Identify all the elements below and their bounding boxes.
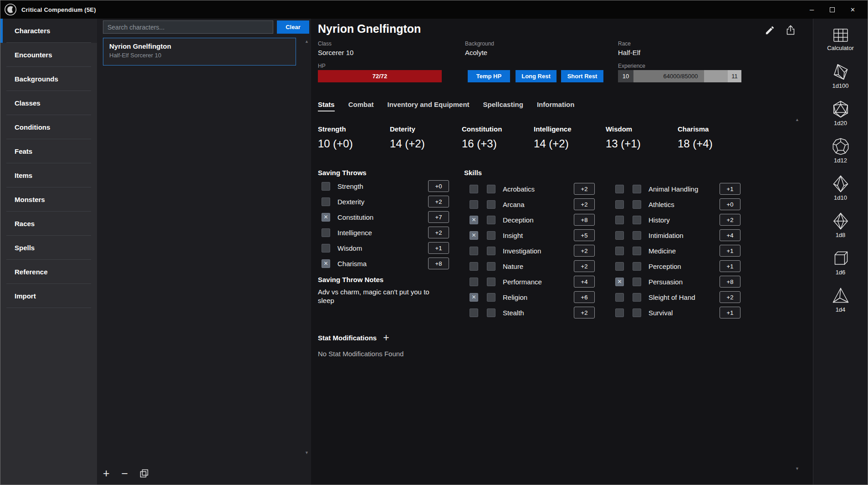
sidebar-item-reference[interactable]: Reference bbox=[0, 260, 97, 284]
skill-proficiency-checkbox[interactable] bbox=[615, 200, 624, 209]
dice-1d20-button[interactable]: 1d20 bbox=[832, 100, 850, 137]
skill-proficiency-checkbox[interactable] bbox=[470, 247, 478, 255]
skill-expertise-checkbox[interactable] bbox=[633, 185, 641, 193]
dice-1d10-button[interactable]: 1d10 bbox=[832, 175, 850, 212]
edit-character-button[interactable] bbox=[764, 24, 776, 36]
sheet-scroll-up-icon[interactable]: ▲ bbox=[795, 118, 799, 122]
clear-search-button[interactable]: Clear bbox=[277, 20, 309, 34]
character-list-item[interactable]: Nyrion Gnelfington Half-Elf Sorcerer 10 bbox=[103, 38, 296, 66]
close-button[interactable]: ✕ bbox=[842, 0, 863, 19]
skill-proficiency-checkbox[interactable] bbox=[470, 293, 478, 302]
skill-proficiency-checkbox[interactable] bbox=[615, 216, 624, 224]
skill-proficiency-checkbox[interactable] bbox=[470, 308, 478, 317]
skill-proficiency-checkbox[interactable] bbox=[615, 185, 624, 193]
duplicate-character-button[interactable] bbox=[140, 469, 148, 478]
skill-expertise-checkbox[interactable] bbox=[487, 185, 495, 193]
saving-throws-section: Saving Throws Strength +0 Dexterity +2 bbox=[318, 169, 449, 305]
skill-proficiency-checkbox[interactable] bbox=[615, 262, 624, 271]
dice-label: 1d100 bbox=[832, 82, 848, 89]
skill-expertise-checkbox[interactable] bbox=[633, 308, 641, 317]
sidebar-item-characters[interactable]: Characters bbox=[0, 19, 97, 43]
skill-proficiency-checkbox[interactable] bbox=[615, 278, 624, 286]
maximize-button[interactable] bbox=[822, 0, 842, 19]
add-character-button[interactable]: + bbox=[103, 468, 110, 478]
skill-proficiency-checkbox[interactable] bbox=[470, 200, 478, 209]
long-rest-button[interactable]: Long Rest bbox=[516, 70, 557, 82]
list-scroll-up-icon[interactable]: ▲ bbox=[305, 40, 309, 44]
skill-proficiency-checkbox[interactable] bbox=[615, 231, 624, 240]
skill-expertise-checkbox[interactable] bbox=[487, 200, 495, 209]
dice-1d12-button[interactable]: 1d12 bbox=[832, 137, 850, 175]
tab-combat[interactable]: Combat bbox=[348, 101, 374, 111]
skill-expertise-checkbox[interactable] bbox=[487, 247, 495, 255]
skill-proficiency-checkbox[interactable] bbox=[470, 278, 478, 286]
short-rest-button[interactable]: Short Rest bbox=[561, 70, 603, 82]
minimize-button[interactable]: ─ bbox=[802, 0, 822, 19]
sidebar-item-classes[interactable]: Classes bbox=[0, 91, 97, 115]
skill-proficiency-checkbox[interactable] bbox=[470, 216, 478, 224]
skill-expertise-checkbox[interactable] bbox=[487, 231, 495, 240]
saving-throw-checkbox[interactable] bbox=[322, 182, 330, 191]
skill-modifier: +4 bbox=[720, 229, 740, 241]
sidebar-item-races[interactable]: Races bbox=[0, 212, 97, 236]
skill-expertise-checkbox[interactable] bbox=[633, 216, 641, 224]
sidebar-item-monsters[interactable]: Monsters bbox=[0, 187, 97, 212]
skill-expertise-checkbox[interactable] bbox=[633, 293, 641, 302]
character-list-panel: Clear Nyrion Gnelfington Half-Elf Sorcer… bbox=[97, 19, 311, 485]
skill-proficiency-checkbox[interactable] bbox=[615, 308, 624, 317]
dice-label: 1d4 bbox=[836, 306, 846, 313]
skill-expertise-checkbox[interactable] bbox=[487, 278, 495, 286]
sidebar-item-feats[interactable]: Feats bbox=[0, 139, 97, 163]
sidebar-item-import[interactable]: Import bbox=[0, 284, 97, 308]
dice-1d8-button[interactable]: 1d8 bbox=[832, 212, 850, 249]
dice-1d100-button[interactable]: 1d100 bbox=[832, 63, 850, 100]
list-scroll-down-icon[interactable]: ▼ bbox=[305, 451, 309, 455]
skill-expertise-checkbox[interactable] bbox=[633, 231, 641, 240]
skill-expertise-checkbox[interactable] bbox=[633, 200, 641, 209]
saving-throw-notes-title: Saving Throw Notes bbox=[318, 276, 449, 283]
share-export-button[interactable] bbox=[785, 24, 797, 36]
sidebar-item-conditions[interactable]: Conditions bbox=[0, 115, 97, 139]
skill-proficiency-checkbox[interactable] bbox=[615, 293, 624, 302]
saving-throw-checkbox[interactable] bbox=[322, 197, 330, 206]
temp-hp-button[interactable]: Temp HP bbox=[468, 70, 510, 82]
skill-label: Medicine bbox=[648, 247, 676, 255]
calculator-button[interactable]: Calculator bbox=[827, 28, 854, 51]
sidebar-item-label: Classes bbox=[15, 99, 41, 107]
tab-spellcasting[interactable]: Spellcasting bbox=[483, 101, 523, 111]
skill-expertise-checkbox[interactable] bbox=[487, 262, 495, 271]
sidebar-item-backgrounds[interactable]: Backgrounds bbox=[0, 67, 97, 91]
saving-throw-checkbox[interactable] bbox=[322, 213, 330, 222]
add-stat-modification-button[interactable]: + bbox=[383, 333, 389, 342]
tab-stats[interactable]: Stats bbox=[318, 101, 335, 111]
sidebar-item-encounters[interactable]: Encounters bbox=[0, 43, 97, 67]
saving-throw-notes[interactable]: Adv vs charm, magic can't put you to sle… bbox=[318, 288, 429, 305]
skill-expertise-checkbox[interactable] bbox=[487, 216, 495, 224]
experience-label: Experience bbox=[618, 63, 645, 69]
sidebar-item-label: Import bbox=[15, 292, 36, 300]
skill-proficiency-checkbox[interactable] bbox=[470, 231, 478, 240]
tab-inventory-and-equipment[interactable]: Inventory and Equipment bbox=[388, 101, 470, 111]
skill-expertise-checkbox[interactable] bbox=[633, 247, 641, 255]
tab-information[interactable]: Information bbox=[537, 101, 575, 111]
dice-1d6-button[interactable]: 1d6 bbox=[832, 249, 850, 287]
saving-throw-checkbox[interactable] bbox=[322, 259, 330, 268]
saving-throw-checkbox[interactable] bbox=[322, 244, 330, 253]
skill-proficiency-checkbox[interactable] bbox=[470, 262, 478, 271]
skill-expertise-checkbox[interactable] bbox=[487, 308, 495, 317]
remove-character-button[interactable]: − bbox=[122, 468, 128, 478]
sidebar-item-items[interactable]: Items bbox=[0, 163, 97, 187]
sheet-scroll-down-icon[interactable]: ▼ bbox=[795, 467, 799, 471]
search-input[interactable] bbox=[103, 20, 273, 34]
sidebar-item-spells[interactable]: Spells bbox=[0, 236, 97, 260]
saving-throw-row: Strength +0 bbox=[318, 180, 449, 192]
saving-throw-checkbox[interactable] bbox=[322, 228, 330, 237]
skill-expertise-checkbox[interactable] bbox=[633, 278, 641, 286]
dice-1d4-button[interactable]: 1d4 bbox=[832, 287, 850, 324]
skill-expertise-checkbox[interactable] bbox=[633, 262, 641, 271]
skill-proficiency-checkbox[interactable] bbox=[615, 247, 624, 255]
skill-proficiency-checkbox[interactable] bbox=[470, 185, 478, 193]
experience-bar[interactable]: 10 64000/85000 11 bbox=[618, 70, 741, 82]
hp-bar[interactable]: 72/72 bbox=[318, 70, 442, 82]
skill-expertise-checkbox[interactable] bbox=[487, 293, 495, 302]
